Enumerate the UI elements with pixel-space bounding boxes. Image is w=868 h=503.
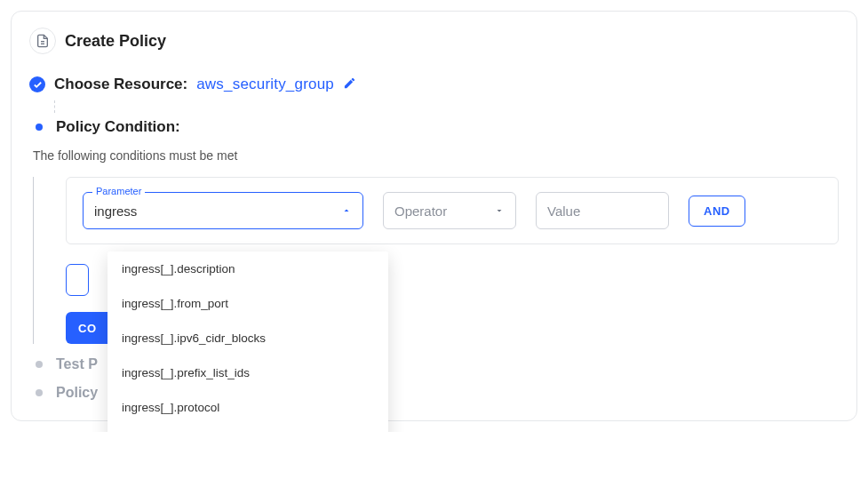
operator-select[interactable]: [383, 192, 516, 229]
dropdown-item[interactable]: ingress[_].ipv6_cidr_blocks: [108, 321, 388, 355]
condition-row: Parameter AND: [66, 177, 839, 244]
policy-condition-label: Policy Condition:: [56, 118, 180, 136]
ghost-button-truncated[interactable]: [66, 264, 89, 296]
dropdown-item[interactable]: ingress[_].self: [108, 425, 388, 432]
dropdown-item[interactable]: ingress[_].protocol: [108, 390, 388, 425]
parameter-dropdown[interactable]: ingress[_].descriptioningress[_].from_po…: [108, 252, 388, 432]
and-button[interactable]: AND: [689, 196, 745, 227]
dropdown-item[interactable]: ingress[_].from_port: [108, 286, 388, 321]
page-title: Create Policy: [65, 32, 166, 51]
parameter-input[interactable]: [84, 204, 341, 219]
choose-resource-row: Choose Resource: aws_security_group: [29, 67, 839, 100]
active-dot-icon: [36, 124, 43, 131]
chevron-down-icon[interactable]: [494, 205, 515, 216]
create-policy-card: Create Policy Choose Resource: aws_secur…: [11, 11, 857, 421]
card-header: Create Policy: [12, 12, 856, 67]
parameter-float-label: Parameter: [92, 186, 145, 196]
inactive-dot-icon: [36, 361, 43, 368]
dropdown-item[interactable]: ingress[_].description: [108, 252, 388, 286]
parameter-select[interactable]: Parameter: [83, 192, 363, 229]
dropdown-item[interactable]: ingress[_].prefix_list_ids: [108, 355, 388, 390]
resource-value[interactable]: aws_security_group: [196, 76, 334, 93]
choose-resource-label: Choose Resource:: [54, 76, 187, 93]
value-input-wrap: [536, 192, 669, 229]
chevron-up-icon[interactable]: [341, 205, 362, 216]
policy-condition-row: Policy Condition:: [31, 113, 839, 140]
condition-subtext: The following conditions must be met: [29, 140, 839, 177]
check-icon: [29, 76, 45, 92]
value-input[interactable]: [537, 204, 668, 219]
document-icon: [29, 28, 56, 54]
operator-input[interactable]: [384, 204, 494, 219]
connector-line: [54, 100, 839, 113]
step-test-label: Test P: [56, 356, 98, 372]
inactive-dot-icon: [36, 389, 43, 396]
step-policy-label: Policy: [56, 385, 98, 401]
pencil-icon[interactable]: [343, 76, 356, 92]
